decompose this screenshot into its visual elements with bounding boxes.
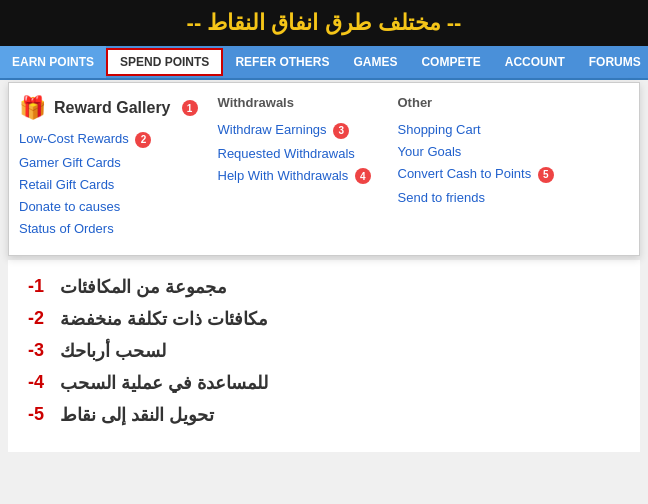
arabic-list: مجموعة من المكافئات 1- مكافئات ذات تكلفة… [28,276,620,426]
other-header: Other [398,95,558,114]
link-send-to-friends[interactable]: Send to friends [398,190,558,205]
arabic-text-3: لسحب أرباحك [60,340,166,362]
nav-forums[interactable]: FORUMS [577,46,648,78]
link-requested-withdrawals[interactable]: Requested Withdrawals [218,146,378,161]
link-convert-cash-to-points[interactable]: Convert Cash to Points 5 [398,166,558,183]
spend-points-dropdown: 🎁 Reward Gallery 1 Low-Cost Rewards 2 Ga… [8,82,640,256]
nav-earn-points[interactable]: EARN POINTS [0,46,106,78]
nav-compete[interactable]: COMPETE [409,46,492,78]
link-help-withdrawals[interactable]: Help With Withdrawals 4 [218,168,378,185]
link-retail-gift-cards[interactable]: Retail Gift Cards [19,177,198,192]
dropdown-col-rewards: 🎁 Reward Gallery 1 Low-Cost Rewards 2 Ga… [19,95,198,243]
link-status-of-orders[interactable]: Status of Orders [19,221,198,236]
reward-gallery-badge: 1 [182,100,198,116]
dropdown-col-other: Other Shopping Cart Your Goals Convert C… [398,95,558,243]
link-your-goals[interactable]: Your Goals [398,144,558,159]
list-item: مجموعة من المكافئات 1- [28,276,620,298]
banner-text: -- مختلف طرق انفاق النقاط -- [187,10,462,35]
list-item: تحويل النقد إلى نقاط 5- [28,404,620,426]
dropdown-col-withdrawals: Withdrawals Withdraw Earnings 3 Requeste… [218,95,378,243]
nav-games[interactable]: GAMES [341,46,409,78]
nav-refer-others[interactable]: REFER OTHERS [223,46,341,78]
link-shopping-cart[interactable]: Shopping Cart [398,122,558,137]
arabic-text-5: تحويل النقد إلى نقاط [60,404,214,426]
navbar: EARN POINTS SPEND POINTS REFER OTHERS GA… [0,46,648,80]
nav-account[interactable]: ACCOUNT [493,46,577,78]
withdrawals-header: Withdrawals [218,95,378,114]
arabic-text-4: للمساعدة في عملية السحب [60,372,268,394]
arabic-text-1: مجموعة من المكافئات [60,276,227,298]
link-withdraw-earnings[interactable]: Withdraw Earnings 3 [218,122,378,139]
link-gamer-gift-cards[interactable]: Gamer Gift Cards [19,155,198,170]
list-item: مكافئات ذات تكلفة منخفضة 2- [28,308,620,330]
link-donate-to-causes[interactable]: Donate to causes [19,199,198,214]
arabic-explanations: مجموعة من المكافئات 1- مكافئات ذات تكلفة… [8,260,640,452]
link-low-cost-rewards[interactable]: Low-Cost Rewards 2 [19,131,198,148]
top-banner: -- مختلف طرق انفاق النقاط -- [0,0,648,46]
reward-gallery-label: Reward Gallery [54,99,171,117]
nav-spend-points[interactable]: SPEND POINTS [106,48,223,76]
arabic-text-2: مكافئات ذات تكلفة منخفضة [60,308,268,330]
list-item: لسحب أرباحك 3- [28,340,620,362]
gift-icon: 🎁 [19,95,46,121]
reward-gallery-featured[interactable]: 🎁 Reward Gallery 1 [19,95,198,121]
list-item: للمساعدة في عملية السحب 4- [28,372,620,394]
